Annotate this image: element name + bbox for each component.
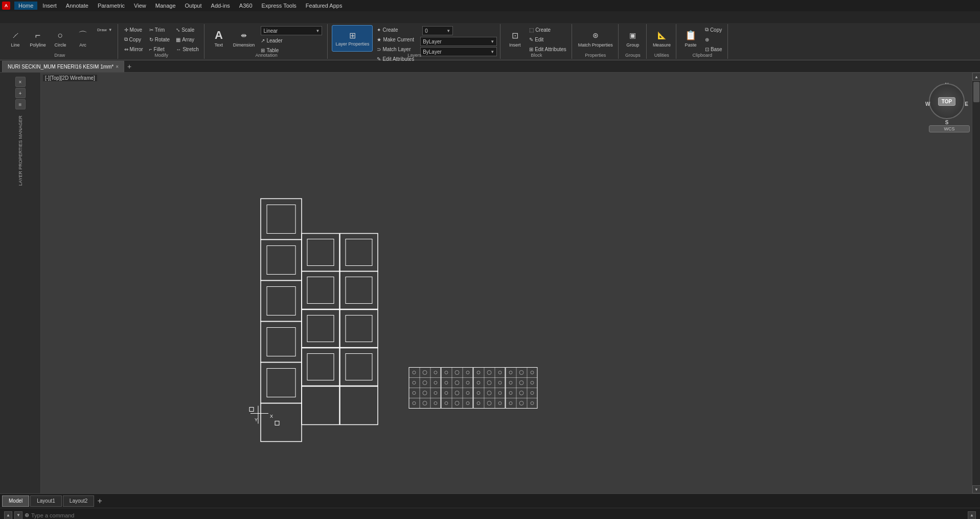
- circle-button[interactable]: ○ Circle: [50, 25, 71, 52]
- doc-tab-close-btn[interactable]: ×: [116, 64, 119, 70]
- scale-button[interactable]: ⤡ Scale: [174, 25, 201, 34]
- cmd-scroll-down[interactable]: ▼: [14, 511, 22, 520]
- make-current-btn[interactable]: ★ Make Current: [375, 35, 416, 44]
- mirror-button[interactable]: ⇔ Mirror: [122, 44, 145, 54]
- copy-basepoint-icon: ⊕: [705, 37, 709, 42]
- leader-button[interactable]: ↗ Leader: [259, 36, 324, 45]
- svg-point-78: [487, 371, 491, 375]
- stretch-button[interactable]: ↔ Stretch: [174, 44, 201, 54]
- layout-tab-layout1[interactable]: Layout1: [30, 495, 62, 507]
- svg-point-42: [423, 381, 427, 385]
- svg-rect-28: [340, 387, 378, 425]
- menu-insert[interactable]: Insert: [38, 2, 61, 10]
- clipboard-copy-btn[interactable]: ⧉ Copy: [703, 25, 724, 34]
- text-button[interactable]: A Text: [209, 25, 229, 52]
- layer-properties-group: ⊞ Layer Properties ✦ Create ★ Make Curre…: [329, 24, 500, 59]
- scrollbar-track: [972, 81, 980, 485]
- insert-icon: ⊡: [509, 29, 521, 41]
- menu-output[interactable]: Output: [181, 2, 206, 10]
- menu-parametric[interactable]: Parametric: [94, 2, 129, 10]
- copy-basepoint-btn[interactable]: ⊕: [703, 35, 724, 44]
- scrollbar-thumb[interactable]: [973, 82, 979, 102]
- line-button[interactable]: ⟋ Line: [5, 25, 26, 52]
- scroll-up-btn[interactable]: ▲: [972, 73, 980, 81]
- array-button[interactable]: ▦ Array: [174, 35, 201, 44]
- draw-group-label: Draw: [54, 53, 65, 58]
- edit-block-btn[interactable]: ✎ Edit: [527, 35, 568, 44]
- svg-point-69: [455, 401, 459, 405]
- svg-point-66: [455, 391, 459, 395]
- compass-top-button[interactable]: TOP: [938, 97, 955, 106]
- array-icon: ▦: [176, 37, 180, 42]
- svg-point-86: [477, 402, 480, 405]
- draw-expand-btn[interactable]: Draw ▼: [95, 25, 115, 34]
- left-sidebar: × + ≡ LAYER PROPERTIES MANAGER: [0, 73, 41, 493]
- trim-button[interactable]: ✂ Trim: [147, 25, 172, 34]
- svg-point-43: [423, 391, 427, 395]
- right-scrollbar: ▲ ▼: [972, 73, 980, 493]
- svg-point-104: [509, 402, 512, 405]
- menu-express-tools[interactable]: Express Tools: [258, 2, 301, 10]
- rotate-button[interactable]: ↻ Rotate: [147, 35, 172, 44]
- copy-button[interactable]: ⧉ Copy: [122, 35, 145, 44]
- menu-a360[interactable]: A360: [235, 2, 257, 10]
- layer-properties-button[interactable]: ⊞ Layer Properties: [332, 25, 373, 52]
- arc-button[interactable]: ⌒ Arc: [73, 25, 93, 52]
- wcs-badge: WCS: [929, 125, 970, 132]
- command-input[interactable]: [31, 512, 966, 518]
- layout-tab-model[interactable]: Model: [2, 495, 29, 507]
- svg-rect-9: [267, 287, 295, 315]
- create-layer-btn[interactable]: ✦ Create: [375, 25, 416, 34]
- cmd-expand[interactable]: ▲: [968, 511, 976, 520]
- menu-featured-apps[interactable]: Featured Apps: [302, 2, 347, 10]
- polyline-button[interactable]: ⌐ Polyline: [28, 25, 48, 52]
- measure-button[interactable]: 📐 Measure: [651, 25, 673, 52]
- create-block-icon: ⬚: [529, 27, 534, 33]
- svg-point-101: [509, 392, 512, 395]
- layout-tab-layout2[interactable]: Layout2: [63, 495, 95, 507]
- trim-icon: ✂: [149, 27, 153, 33]
- edit-attrs-icon: ✎: [377, 56, 381, 62]
- doc-tab-active[interactable]: NURI SECKIN_MUM FENERI16 KESIM 1mm* ×: [2, 61, 124, 72]
- svg-rect-23: [307, 354, 334, 380]
- svg-point-46: [413, 381, 416, 385]
- bylayer-color-dropdown[interactable]: ByLayer ▼: [420, 37, 497, 46]
- doc-tab-add-btn[interactable]: +: [125, 62, 133, 71]
- fillet-icon: ⌐: [149, 47, 152, 52]
- create-block-btn[interactable]: ⬚ Create: [527, 25, 568, 34]
- cmd-scroll-up[interactable]: ▲: [4, 511, 12, 520]
- sidebar-close-btn[interactable]: ×: [15, 77, 26, 87]
- menu-view[interactable]: View: [130, 2, 150, 10]
- menu-addins[interactable]: Add-ins: [207, 2, 234, 10]
- svg-point-82: [498, 381, 502, 385]
- svg-point-68: [445, 402, 448, 405]
- layer-number-input[interactable]: 0 ▼: [422, 26, 453, 35]
- move-button[interactable]: ✛ Move: [122, 25, 145, 34]
- linear-dropdown[interactable]: Linear ▼: [261, 26, 322, 35]
- paste-button[interactable]: 📋 Paste: [680, 25, 701, 52]
- viewport[interactable]: [-][Top][2D Wireframe]: [41, 73, 980, 493]
- svg-point-50: [434, 381, 437, 385]
- layer-properties-manager-label[interactable]: LAYER PROPERTIES MANAGER: [16, 111, 25, 190]
- create-icon: ✦: [377, 27, 381, 33]
- sidebar-pin-btn[interactable]: +: [15, 88, 26, 98]
- layout-tab-add-btn[interactable]: +: [95, 497, 104, 506]
- svg-rect-27: [302, 387, 339, 425]
- scroll-down-btn[interactable]: ▼: [972, 485, 980, 493]
- paste-icon: 📋: [685, 29, 697, 41]
- circle-icon: ○: [54, 29, 66, 41]
- bylayer-line-dropdown[interactable]: ByLayer ▼: [420, 47, 497, 56]
- svg-point-79: [498, 371, 502, 374]
- group-button[interactable]: ▣ Group: [623, 25, 643, 52]
- menu-home[interactable]: Home: [14, 2, 37, 10]
- match-properties-button[interactable]: ⊛ Match Properties: [576, 25, 615, 52]
- svg-rect-17: [307, 315, 334, 342]
- menu-manage[interactable]: Manage: [151, 2, 180, 10]
- polyline-icon: ⌐: [32, 29, 44, 41]
- svg-rect-11: [307, 277, 334, 304]
- insert-block-button[interactable]: ⊡ Insert: [505, 25, 525, 52]
- sidebar-icons: × + ≡: [13, 75, 28, 111]
- sidebar-menu-btn[interactable]: ≡: [15, 99, 26, 109]
- menu-annotate[interactable]: Annotate: [62, 2, 93, 10]
- dimension-button[interactable]: ⇼ Dimension: [231, 25, 257, 52]
